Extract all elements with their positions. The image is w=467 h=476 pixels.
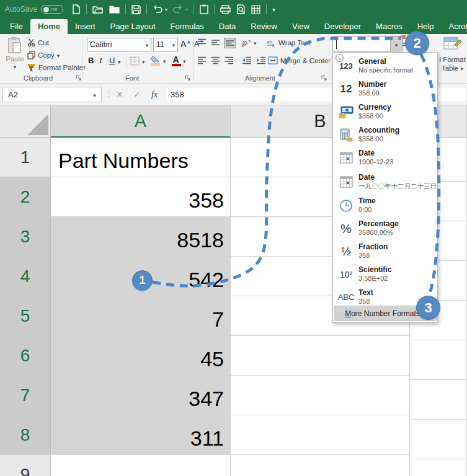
paste-button[interactable]: Paste [4, 37, 26, 77]
autosave-toggle[interactable]: Off [41, 5, 63, 14]
font-dialog-launcher-icon[interactable] [185, 75, 191, 81]
menu-item-date-long[interactable]: Date一九〇〇年十二月二十三日 [334, 169, 437, 194]
menu-item-percentage[interactable]: % Percentage35800.00% [334, 217, 437, 240]
clipboard-dialog-launcher-icon[interactable] [76, 75, 82, 81]
row-header-6[interactable]: 6 [0, 336, 51, 376]
row-header-4[interactable]: 4 [0, 257, 51, 296]
menu-item-time[interactable]: Time0:00 [334, 194, 437, 217]
decrease-indent-button[interactable] [242, 56, 252, 66]
cell-b9[interactable] [231, 455, 410, 476]
row-header-1[interactable]: 1 [0, 138, 51, 177]
number-format-dropdown-button[interactable] [390, 37, 402, 51]
fill-color-button[interactable] [150, 55, 166, 66]
cell-a1[interactable]: Part Numbers [51, 138, 231, 177]
align-left-button[interactable] [197, 56, 207, 66]
cell-a9[interactable] [51, 455, 231, 476]
increase-indent-button[interactable] [256, 56, 266, 66]
font-size-combobox[interactable]: 11 [153, 38, 178, 51]
merge-center-button[interactable]: Merge & Center [268, 56, 336, 64]
number-format-combobox[interactable] [332, 36, 403, 51]
cell-b8[interactable] [231, 415, 410, 455]
cell-b7[interactable] [231, 376, 410, 415]
borders-grid-icon[interactable] [251, 5, 260, 14]
insert-function-button[interactable]: fx [146, 87, 162, 102]
menu-item-scientific[interactable]: 10² Scientific3.58E+02 [334, 263, 437, 286]
middle-align-button[interactable] [211, 38, 220, 48]
menu-item-general[interactable]: L123 GeneralNo specific format [334, 55, 437, 77]
font-group-label: Font [125, 74, 139, 82]
folder-icon[interactable] [109, 5, 120, 14]
cell-a8[interactable]: 311 [51, 415, 231, 455]
format-painter-button[interactable]: Format Painter [27, 63, 86, 71]
cell-a2[interactable]: 358 [51, 177, 231, 217]
print-icon[interactable] [220, 5, 231, 14]
row-header-7[interactable]: 7 [0, 376, 51, 415]
undo-button[interactable]: ▾ [153, 5, 167, 14]
underline-caret-icon[interactable] [118, 58, 121, 65]
row-header-5[interactable]: 5 [0, 296, 51, 336]
tab-insert[interactable]: Insert [68, 19, 103, 34]
row-header-3[interactable]: 3 [0, 217, 51, 257]
copy-caret-icon [57, 51, 60, 59]
save-icon[interactable] [131, 5, 141, 14]
grow-font-button[interactable]: A▲ [180, 39, 191, 49]
tab-developer[interactable]: Developer [317, 19, 368, 34]
name-box[interactable]: A2 [2, 87, 102, 102]
tab-acrobat[interactable]: Acrobat [441, 19, 467, 34]
orientation-button[interactable]: ab [242, 38, 257, 47]
top-align-button[interactable] [197, 38, 207, 48]
wrap-text-button[interactable]: ab Wrap Text [267, 38, 310, 47]
cut-button[interactable]: Cut [27, 38, 49, 46]
underline-button[interactable]: U [109, 56, 115, 65]
tab-page-layout[interactable]: Page Layout [103, 19, 163, 34]
text-format-icon: ABC [334, 293, 358, 301]
tab-view[interactable]: View [285, 19, 317, 34]
new-document-icon[interactable] [72, 4, 81, 14]
tab-data[interactable]: Data [211, 19, 243, 34]
bottom-align-button[interactable] [225, 38, 235, 48]
number-format-menu: L123 GeneralNo specific format 12 Number… [332, 52, 438, 323]
tab-formulas[interactable]: Formulas [163, 19, 211, 34]
font-name-combobox[interactable]: Calibri [87, 38, 151, 51]
alignment-group-label: Alignment [245, 74, 275, 82]
cell-a5[interactable]: 7 [51, 296, 231, 336]
menu-item-date-short[interactable]: Date1900-12-23 [334, 146, 437, 169]
borders-button[interactable] [130, 56, 145, 66]
menu-item-currency[interactable]: Currency$358.00 [334, 100, 437, 123]
cell-a6[interactable]: 45 [51, 336, 231, 376]
cell-a3[interactable]: 8518 [51, 217, 231, 257]
align-center-button[interactable] [211, 56, 220, 66]
redo-button[interactable]: ▾ [173, 5, 188, 14]
format-painter-icon [27, 63, 36, 71]
format-as-table-button[interactable]: l Format Table [438, 36, 467, 79]
tab-review[interactable]: Review [243, 19, 285, 34]
italic-button[interactable]: I [99, 56, 102, 66]
select-all-button[interactable] [0, 105, 51, 138]
print-preview-icon[interactable] [236, 4, 246, 14]
cell-b6[interactable] [231, 336, 410, 376]
cancel-icon[interactable]: ✕ [112, 87, 128, 102]
customize-qat-icon[interactable]: ▾ [272, 6, 275, 13]
scissors-icon [27, 38, 35, 46]
menu-item-fraction[interactable]: ½ Fraction358 [334, 240, 437, 263]
alignment-dialog-launcher-icon[interactable] [321, 75, 327, 81]
font-name-value: Calibri [90, 40, 112, 49]
row-header-9[interactable]: 9 [0, 455, 51, 476]
font-color-button[interactable]: A [171, 55, 186, 66]
cell-a7[interactable]: 347 [51, 376, 231, 415]
font-size-value: 11 [156, 40, 164, 49]
menu-item-accounting[interactable]: Accounting $358.00 [334, 123, 437, 146]
align-right-button[interactable] [225, 56, 234, 66]
tab-macros[interactable]: Macros [368, 19, 410, 34]
row-header-2[interactable]: 2 [0, 177, 51, 217]
clipboard-tool-icon[interactable] [200, 4, 208, 14]
enter-icon[interactable]: ✓ [129, 87, 145, 102]
menu-item-number[interactable]: 12 Number358.00 [334, 77, 437, 100]
column-header-a[interactable]: A [51, 105, 231, 138]
copy-button[interactable]: Copy [27, 51, 60, 60]
row-header-8[interactable]: 8 [0, 415, 51, 455]
bold-button[interactable]: B [88, 56, 94, 65]
tab-file[interactable]: File [2, 19, 30, 34]
open-folder-icon[interactable] [92, 5, 104, 14]
tab-home[interactable]: Home [30, 19, 68, 34]
